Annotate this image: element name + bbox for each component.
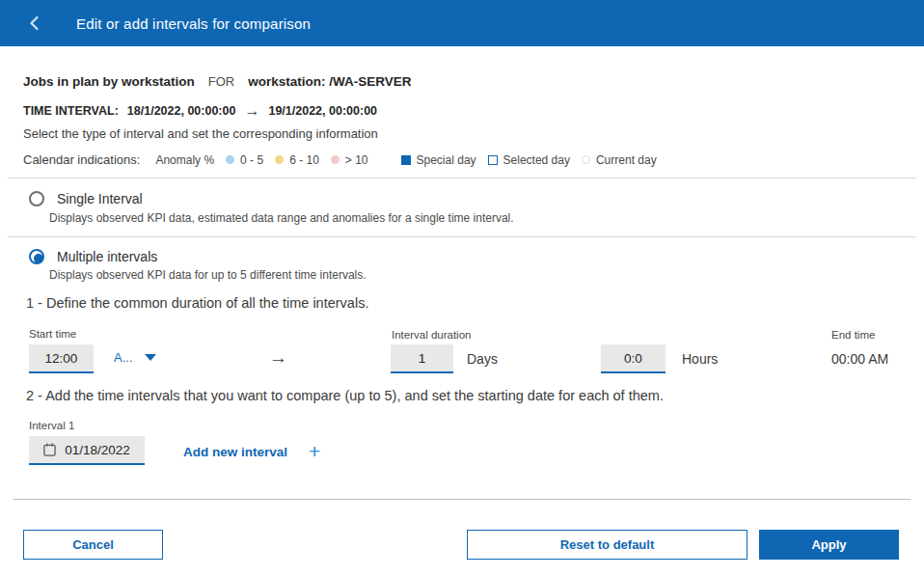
calendar-icon — [43, 443, 56, 456]
radio-unchecked-icon[interactable] — [29, 191, 44, 206]
footer-divider — [14, 499, 910, 500]
chevron-down-icon — [145, 354, 156, 361]
days-unit-label: Days — [467, 351, 498, 367]
anomaly-percent-label: Anomaly % — [155, 153, 214, 167]
legend-label: > 10 — [345, 153, 368, 167]
apply-button[interactable]: Apply — [759, 530, 899, 560]
current-day-circle-icon — [582, 155, 590, 164]
legend-special-day: Special day — [401, 153, 476, 167]
instructions-text: Select the type of interval and set the … — [23, 126, 378, 141]
arrow-right-icon: → — [269, 347, 287, 369]
legend-label: 6 - 10 — [289, 153, 319, 167]
start-time-label: Start time — [29, 328, 76, 340]
kpi-name: Jobs in plan by workstation — [23, 74, 195, 89]
interval-1-date-input[interactable]: 01/18/2022 — [29, 436, 145, 465]
add-new-interval-button[interactable]: Add new interval + — [183, 444, 320, 459]
anomaly-high-dot-icon — [331, 155, 340, 164]
add-new-interval-label: Add new interval — [183, 445, 287, 459]
special-day-square-icon — [401, 155, 411, 165]
radio-single-interval[interactable]: Single Interval — [29, 191, 143, 206]
radio-multiple-intervals-label: Multiple intervals — [57, 249, 157, 264]
legend-label: Current day — [596, 153, 657, 167]
interval-1-date-value: 01/18/2022 — [65, 443, 130, 457]
page-title: Edit or add intervals for comparison — [76, 15, 311, 32]
calendar-indications-row: Calendar indications: Anomaly % 0 - 5 6 … — [23, 152, 657, 167]
edit-intervals-panel: Edit or add intervals for comparison Job… — [0, 0, 924, 576]
interval-duration-label: Interval duration — [392, 329, 471, 341]
plus-icon: + — [309, 444, 320, 459]
chevron-left-icon — [27, 15, 42, 31]
arrow-right-icon: → — [244, 102, 259, 120]
legend-selected-day: Selected day — [488, 153, 570, 167]
step2-title: 2 - Add the time intervals that you want… — [26, 388, 664, 403]
meridiem-value: A... — [114, 350, 133, 365]
radio-multiple-intervals[interactable]: Multiple intervals — [29, 249, 157, 264]
radio-single-interval-label: Single Interval — [57, 191, 143, 206]
cancel-button[interactable]: Cancel — [23, 530, 163, 560]
start-time-input[interactable] — [29, 344, 94, 373]
end-time-value: 00:00 AM — [831, 351, 888, 367]
duration-days-input[interactable] — [391, 344, 453, 373]
legend-anomaly-mid: 6 - 10 — [275, 153, 319, 167]
selected-day-square-icon — [488, 155, 498, 165]
time-interval-label: TIME INTERVAL: — [23, 104, 119, 118]
legend-current-day: Current day — [582, 153, 657, 167]
interval-1-label: Interval 1 — [29, 420, 74, 431]
calendar-indications-label: Calendar indications: — [23, 152, 140, 167]
divider — [8, 236, 916, 237]
time-interval-end: 19/1/2022, 00:00:00 — [268, 104, 377, 118]
legend-label: 0 - 5 — [240, 153, 263, 167]
legend-anomaly-low: 0 - 5 — [226, 153, 263, 167]
time-interval-start: 18/1/2022, 00:00:00 — [127, 104, 236, 118]
single-interval-description: Displays observed KPI data, estimated da… — [49, 211, 514, 225]
anomaly-mid-dot-icon — [275, 155, 284, 164]
meridiem-dropdown[interactable]: A... — [114, 350, 156, 365]
legend-label: Selected day — [503, 153, 570, 167]
back-button[interactable] — [23, 12, 46, 35]
header-bar: Edit or add intervals for comparison — [0, 0, 924, 46]
multiple-intervals-description: Displays observed KPI data for up to 5 d… — [49, 268, 367, 282]
legend-label: Special day — [417, 153, 476, 167]
reset-to-default-button[interactable]: Reset to default — [467, 530, 747, 560]
for-label: FOR — [208, 74, 234, 89]
duration-hours-input[interactable] — [601, 344, 666, 373]
end-time-label: End time — [831, 329, 875, 341]
workstation-name: workstation: /WA-SERVER — [248, 74, 411, 89]
anomaly-low-dot-icon — [226, 155, 234, 164]
hours-unit-label: Hours — [682, 351, 718, 367]
legend-anomaly-high: > 10 — [331, 153, 368, 167]
context-row: Jobs in plan by workstation FOR workstat… — [23, 74, 412, 89]
step1-title: 1 - Define the common duration of all th… — [26, 295, 368, 311]
time-interval-row: TIME INTERVAL: 18/1/2022, 00:00:00 → 19/… — [23, 102, 377, 120]
divider — [8, 178, 916, 178]
radio-checked-icon[interactable] — [29, 249, 44, 264]
